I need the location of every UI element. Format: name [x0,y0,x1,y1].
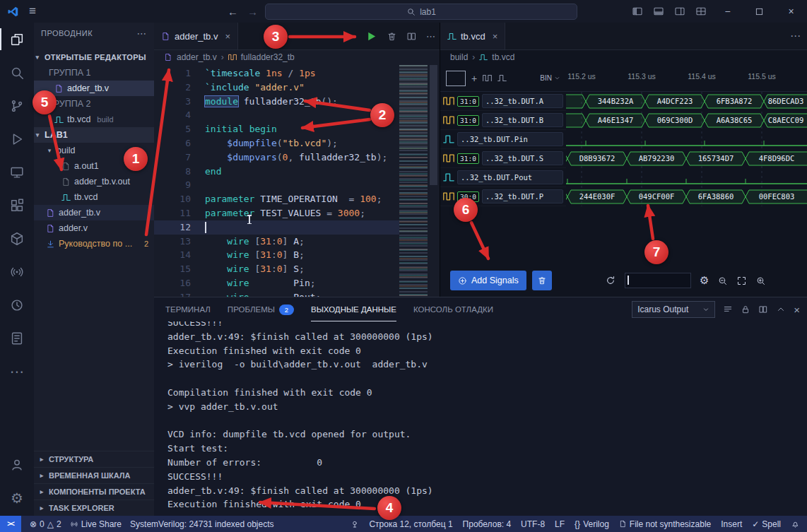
split-panel-icon[interactable] [758,305,768,314]
activity-run-debug-icon[interactable] [0,122,34,155]
output-actions-icon[interactable] [723,305,733,314]
signal-row--32-tb-DUT-B[interactable]: 31:0..32_tb.DUT.B [440,111,566,130]
activity-settings-icon[interactable]: ⚙ [0,481,34,514]
trash-icon[interactable] [387,31,397,42]
code-line-11[interactable]: 11parameter TEST_VALUES = 3000; [154,206,399,220]
code-line-8[interactable]: 8end [154,165,399,179]
tree-item-tb.vcd[interactable]: tb.vcd [34,189,154,205]
breadcrumb-file[interactable]: adder_tb.v [177,52,217,62]
toggle-sidebar-icon[interactable] [627,0,648,23]
code-line-2[interactable]: 2`include "adder.v" [154,81,399,95]
refresh-icon[interactable] [605,275,616,286]
code-line-3[interactable]: 3module fulladder32_tb(); [154,95,399,109]
split-editor-icon[interactable] [406,31,417,42]
code-editor[interactable]: 1`timescale 1ns / 1ps2`include "adder.v"… [154,65,399,297]
code-line-16[interactable]: 16 wire Pin; [154,276,399,290]
section-task-explorer[interactable]: ▸TASK EXPLORER [34,500,154,516]
insert-mode-status[interactable]: Insert [721,519,742,529]
activity-search-icon[interactable] [0,56,34,89]
breadcrumb-folder[interactable]: build [450,52,468,62]
open-editor-item-adder_tb.v[interactable]: adder_tb.v [34,81,154,96]
zoom-fit-icon[interactable] [736,276,747,286]
port-icon[interactable] [351,520,359,528]
tab-close-icon[interactable]: × [493,31,498,42]
activity-source-control-icon[interactable] [0,89,34,122]
code-line-7[interactable]: 7 $dumpvars(0, fulladder32_tb); [154,150,399,165]
waveform-more-icon[interactable]: ⋯ [790,23,801,49]
gear-icon[interactable]: ⚙ [700,274,709,287]
activity-timeline-icon[interactable] [0,288,34,321]
code-line-4[interactable]: 4 [154,108,399,122]
zoom-out-icon[interactable] [717,276,728,286]
tree-item-Руководство по ...[interactable]: Руководство по ...2 [34,236,154,252]
tree-item-a.out1[interactable]: a.out1 [34,158,154,174]
tree-item-adder_tb.v[interactable]: adder_tb.v [34,205,154,220]
panel-tab-выходные-данные[interactable]: ВЫХОДНЫЕ ДАННЫЕ [311,297,396,321]
code-line-9[interactable]: 9 [154,178,399,192]
code-line-15[interactable]: 15 wire [31:0] S; [154,262,399,276]
problems-status[interactable]: ⊗0 △2 [30,519,61,529]
code-line-6[interactable]: 6 $dumpfile("tb.vcd"); [154,136,399,150]
section-временная-шкала[interactable]: ▸ВРЕМЕННАЯ ШКАЛА [34,467,154,483]
activity-notes-icon[interactable] [0,321,34,355]
code-line-1[interactable]: 1`timescale 1ns / 1ps [154,66,399,81]
maximize-button[interactable] [743,0,775,23]
breadcrumb-file[interactable]: tb.vcd [492,52,514,62]
code-line-12[interactable]: 12 [154,220,399,235]
tab-adder-tb[interactable]: adder_tb.v × [154,23,238,49]
tree-root-LAB1[interactable]: ▾LAB1 [34,127,154,143]
synthesizable-status[interactable]: File not synthesizable [619,519,711,529]
timestamp-input[interactable] [625,273,691,288]
activity-explorer-icon[interactable] [0,23,34,56]
marker-box-icon[interactable] [446,71,466,86]
zoom-in-icon[interactable] [755,276,766,286]
section-структура[interactable]: ▸СТРУКТУРА [34,451,154,467]
signal-row--32-tb-DUT-P[interactable]: 30:0..32_tb.DUT.P [440,187,566,206]
signal-row--32-tb-DUT-Pout[interactable]: ..32_tb.DUT.Pout [440,168,566,187]
add-marker-icon[interactable]: + [471,73,477,84]
tree-item-build[interactable]: ▾build [34,143,154,158]
spell-status[interactable]: ✓Spell [752,519,781,529]
command-search-box[interactable]: lab1 [265,4,577,20]
breadcrumb-symbol[interactable]: fulladder32_tb [241,52,295,62]
activity-more-icon[interactable]: ⋯ [0,355,34,388]
toggle-secondary-sidebar-icon[interactable] [669,0,690,23]
wave-next-icon[interactable] [497,73,507,83]
tab-tbvcd[interactable]: tb.vcd × [440,23,505,49]
indentation-status[interactable]: Пробелов: 4 [463,519,512,529]
remove-signals-button[interactable] [532,271,552,290]
maximize-panel-icon[interactable] [776,305,786,314]
signal-row--32-tb-DUT-S[interactable]: 31:0..32_tb.DUT.S [440,149,566,168]
code-line-13[interactable]: 13 wire [31:0] A; [154,235,399,249]
activity-remote-explorer-icon[interactable] [0,155,34,189]
sidebar-more-icon[interactable]: ⋯ [137,28,148,39]
eol-status[interactable]: LF [555,519,565,529]
minimap[interactable] [399,65,428,297]
nav-forward-icon[interactable]: → [247,0,258,23]
indexer-status[interactable]: SystemVerilog: 24731 indexed objects [130,519,273,529]
format-select[interactable]: BIN [540,74,560,82]
code-line-14[interactable]: 14 wire [31:0] B; [154,248,399,262]
panel-tab-консоль-отладки[interactable]: КОНСОЛЬ ОТЛАДКИ [413,297,493,321]
tree-item-adder_tb.v.out[interactable]: adder_tb.v.out [34,174,154,189]
cursor-position-status[interactable]: Строка 12, столбец 1 [369,519,452,529]
code-line-17[interactable]: 17 wire Pout; [154,290,399,297]
tab-close-icon[interactable]: × [225,31,230,42]
minimize-button[interactable]: − [712,0,743,23]
signal-row--32-tb-DUT-Pin[interactable]: ..32_tb.DUT.Pin [440,130,566,149]
customize-layout-icon[interactable] [690,0,712,23]
activity-live-share-icon[interactable] [0,255,34,288]
activity-package-icon[interactable] [0,222,34,255]
encoding-status[interactable]: UTF-8 [521,519,545,529]
remote-indicator[interactable]: >< [0,516,21,532]
nav-back-icon[interactable]: ← [228,0,238,23]
activity-extensions-icon[interactable] [0,189,34,222]
section-open-editors[interactable]: ▾ОТКРЫТЫЕ РЕДАКТОРЫ [34,49,154,65]
activity-accounts-icon[interactable] [0,448,34,481]
panel-tab-терминал[interactable]: ТЕРМИНАЛ [165,297,211,321]
notifications-bell-icon[interactable] [791,519,800,528]
code-line-5[interactable]: 5initial begin [154,122,399,136]
output-channel-select[interactable]: Icarus Output [632,301,715,318]
close-panel-icon[interactable]: × [794,304,800,316]
waveform-canvas[interactable]: 344B232AA4DCF2236FB3A87286DECAD3A46E1347… [566,92,807,206]
